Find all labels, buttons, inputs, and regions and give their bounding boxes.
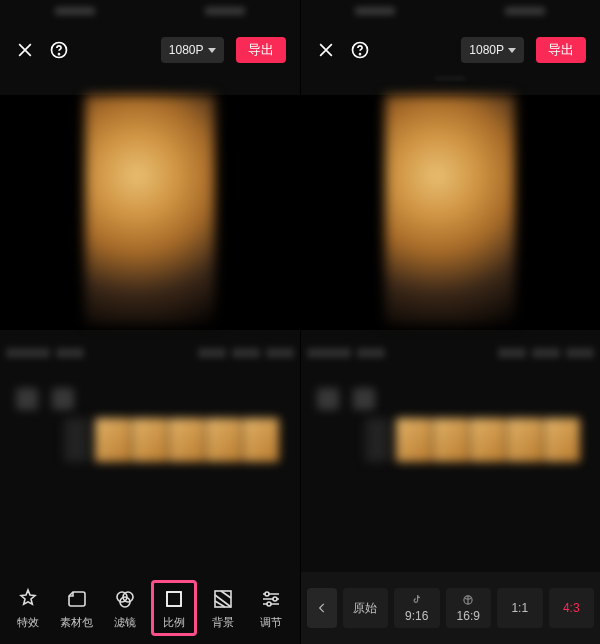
background-icon — [211, 587, 235, 611]
ratio-label: 原始 — [353, 600, 377, 617]
svg-rect-5 — [167, 592, 181, 606]
tool-stickers[interactable]: 素材包 — [54, 580, 100, 636]
timeline-area — [0, 338, 300, 518]
preview-area — [301, 95, 601, 330]
svg-point-7 — [265, 592, 269, 596]
svg-point-1 — [59, 54, 60, 55]
add-clip-button[interactable] — [365, 418, 389, 462]
resolution-button[interactable]: 1080P — [161, 37, 224, 63]
chevron-down-icon — [208, 48, 216, 53]
chevron-down-icon — [508, 48, 516, 53]
clip-strip[interactable] — [64, 418, 300, 462]
ratio-option-1-1[interactable]: 1:1 — [497, 588, 543, 628]
top-toolbar: 1080P 导出 — [301, 30, 601, 70]
chevron-left-icon — [315, 601, 329, 615]
help-icon[interactable] — [48, 39, 70, 61]
xigua-icon — [461, 593, 475, 607]
svg-point-11 — [359, 54, 360, 55]
tool-label: 比例 — [163, 615, 185, 630]
help-icon[interactable] — [349, 39, 371, 61]
ratio-option-16-9[interactable]: 16:9 — [446, 588, 492, 628]
tool-label: 滤镜 — [114, 615, 136, 630]
editor-screen-right: 1080P 导出 ——— 原始 — [300, 0, 601, 644]
close-icon[interactable] — [315, 39, 337, 61]
clip-strip[interactable] — [365, 418, 601, 462]
ratio-option-original[interactable]: 原始 — [343, 588, 389, 628]
top-toolbar: 1080P 导出 — [0, 30, 300, 70]
ratio-label: 16:9 — [457, 609, 480, 623]
export-label: 导出 — [548, 41, 574, 59]
tool-ratio[interactable]: 比例 — [151, 580, 197, 636]
resolution-button[interactable]: 1080P — [461, 37, 524, 63]
ratio-icon — [162, 587, 186, 611]
add-clip-button[interactable] — [64, 418, 88, 462]
subtitle-blur: ——— — [301, 72, 601, 83]
tool-background[interactable]: 背景 — [200, 580, 246, 636]
bottom-toolbar: 特效 素材包 滤镜 比例 背景 调节 — [0, 572, 300, 644]
statusbar-blur — [301, 0, 601, 22]
export-label: 导出 — [248, 41, 274, 59]
ratio-option-9-16[interactable]: 9:16 — [394, 588, 440, 628]
export-button[interactable]: 导出 — [236, 37, 286, 63]
ratio-picker-bar: 原始 9:16 16:9 1:1 4:3 — [301, 572, 601, 644]
filter-icon — [113, 587, 137, 611]
ratio-back-button[interactable] — [307, 588, 337, 628]
svg-point-9 — [267, 602, 271, 606]
tool-label: 调节 — [260, 615, 282, 630]
statusbar-blur — [0, 0, 300, 22]
adjust-icon — [259, 587, 283, 611]
ratio-option-4-3[interactable]: 4:3 — [549, 588, 595, 628]
tool-effects[interactable]: 特效 — [5, 580, 51, 636]
export-button[interactable]: 导出 — [536, 37, 586, 63]
svg-point-8 — [273, 597, 277, 601]
tool-filter[interactable]: 滤镜 — [102, 580, 148, 636]
tiktok-icon — [410, 593, 424, 607]
ratio-label: 4:3 — [563, 601, 580, 615]
close-icon[interactable] — [14, 39, 36, 61]
resolution-label: 1080P — [469, 43, 504, 57]
tool-label: 背景 — [212, 615, 234, 630]
preview-video-frame[interactable] — [85, 95, 215, 325]
timeline-area — [301, 338, 601, 518]
ratio-label: 9:16 — [405, 609, 428, 623]
preview-area — [0, 95, 300, 330]
tool-label: 特效 — [17, 615, 39, 630]
resolution-label: 1080P — [169, 43, 204, 57]
preview-video-frame[interactable] — [385, 95, 515, 325]
tool-label: 素材包 — [60, 615, 93, 630]
sticker-icon — [65, 587, 89, 611]
editor-screen-left: 1080P 导出 特效 素材包 — [0, 0, 300, 644]
effects-icon — [16, 587, 40, 611]
tool-adjust[interactable]: 调节 — [248, 580, 294, 636]
ratio-label: 1:1 — [511, 601, 528, 615]
